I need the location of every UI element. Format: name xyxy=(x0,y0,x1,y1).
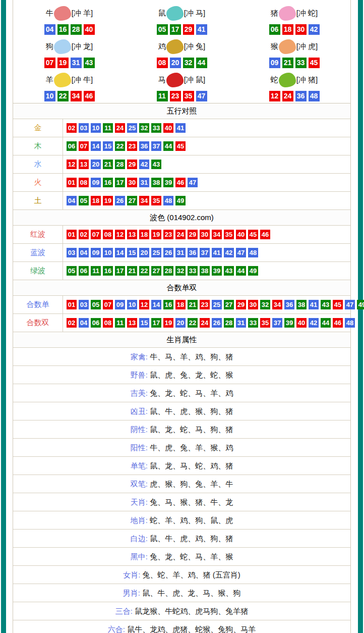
attribute-content: 鼠龙猴、牛蛇鸡、虎马狗、兔羊猪 xyxy=(135,607,248,615)
page: 牛[冲 羊]04162840鼠[冲 马]05172941猪[冲 蛇]061830… xyxy=(0,0,364,633)
attribute-label: 男肖: xyxy=(123,589,142,597)
element-row-numbers: 02031011242532334041 xyxy=(63,119,187,137)
number-box: 22 xyxy=(188,318,198,328)
number-box: 43 xyxy=(321,300,331,309)
number-box: 24 xyxy=(200,318,210,328)
number-box: 48 xyxy=(163,196,173,205)
number-box: 38 xyxy=(200,266,210,276)
attribute-label: 阳性: xyxy=(131,443,150,452)
zodiac-cell-title: 蛇[冲 猪] xyxy=(238,70,350,89)
number-box: 17 xyxy=(115,178,125,187)
number-box: 13 xyxy=(127,230,137,239)
number-box: 40 xyxy=(236,230,246,239)
attribute-label: 黑中: xyxy=(131,552,150,561)
attribute-row: 男肖: 鼠、牛、虎、龙、马、猴、狗 xyxy=(13,584,350,602)
number-box: 18 xyxy=(139,230,149,239)
sum-parity-rows: 合数单0103050709101214161821232527293032343… xyxy=(13,296,350,332)
number-box: 47 xyxy=(196,91,207,101)
number-box: 35 xyxy=(260,318,270,328)
number-box: 39 xyxy=(212,266,222,276)
number-box: 24 xyxy=(115,123,125,133)
wave-row-numbers: 05061116172122272832333839434449 xyxy=(63,262,259,280)
attribute-content: 兔、龙、蛇、马、羊、猴 xyxy=(150,552,233,561)
attribute-row: 单笔: 鼠、龙、马、蛇、鸡、猪 xyxy=(13,457,350,475)
number-box: 14 xyxy=(151,300,161,309)
pig-icon xyxy=(279,6,296,21)
number-box: 45 xyxy=(309,58,320,68)
attribute-label: 六合: xyxy=(108,625,127,633)
zodiac-cell-title: 鼠[冲 马] xyxy=(126,4,238,23)
zodiac-cell-title: 鸡[冲 兔] xyxy=(126,37,238,56)
number-box: 48 xyxy=(345,318,355,328)
number-box: 25 xyxy=(151,248,161,257)
attribute-row: 凶丑: 鼠、牛、虎、猴、狗、猪 xyxy=(13,402,350,420)
horse-icon xyxy=(166,73,184,87)
number-box: 40 xyxy=(84,24,95,35)
number-box: 48 xyxy=(309,91,320,101)
number-box: 08 xyxy=(79,178,89,187)
number-box: 48 xyxy=(248,248,258,257)
number-box: 18 xyxy=(91,196,101,205)
number-box: 29 xyxy=(183,24,194,35)
number-box: 31 xyxy=(175,248,186,257)
attribute-content: 兔、蛇、羊、鸡、猪 (五宫肖) xyxy=(143,570,240,579)
number-box: 32 xyxy=(260,300,270,309)
number-box: 14 xyxy=(115,248,125,257)
number-box: 45 xyxy=(248,230,258,239)
attribute-label: 家禽: xyxy=(131,352,150,361)
number-box: 10 xyxy=(127,300,137,309)
attribute-row: 吉美: 兔、龙、蛇、马、羊、鸡 xyxy=(13,384,350,402)
zodiac-clash-label: [冲 牛] xyxy=(72,75,93,85)
zodiac-numbers: 06183042 xyxy=(238,24,350,35)
attribute-row: 三合: 鼠龙猴、牛蛇鸡、虎马狗、兔羊猪 xyxy=(13,602,350,620)
zodiac-cell-dog: 狗[冲 龙]07193143 xyxy=(13,36,126,69)
number-box: 21 xyxy=(127,266,137,276)
zodiac-clash-label: [冲 马] xyxy=(184,9,206,18)
number-box: 46 xyxy=(260,230,270,239)
zodiac-clash-label: [冲 蛇] xyxy=(296,9,318,18)
element-row-numbers: 1213202128294243 xyxy=(63,155,162,173)
element-row: 火0108091617303138394647 xyxy=(13,174,350,192)
number-box: 41 xyxy=(196,24,207,35)
number-box: 33 xyxy=(248,318,258,328)
number-box: 12 xyxy=(67,160,77,169)
number-box: 21 xyxy=(282,58,293,68)
number-box: 45 xyxy=(333,300,343,309)
number-box: 17 xyxy=(115,266,125,276)
attribute-row: 阴性: 鼠、龙、蛇、马、狗、猪 xyxy=(13,420,350,439)
goat-icon xyxy=(54,73,71,87)
number-box: 17 xyxy=(151,318,161,328)
attribute-label: 三合: xyxy=(115,607,135,615)
number-box: 28 xyxy=(71,24,82,35)
number-box: 41 xyxy=(309,300,319,309)
zodiac-cell-title: 狗[冲 龙] xyxy=(13,37,126,56)
attribute-label: 单笔: xyxy=(131,461,150,470)
zodiac-clash-grid: 牛[冲 羊]04162840鼠[冲 马]05172941猪[冲 蛇]061830… xyxy=(13,0,350,103)
number-box: 05 xyxy=(79,196,89,205)
number-box: 33 xyxy=(151,123,161,133)
number-box: 44 xyxy=(321,318,331,328)
number-box: 12 xyxy=(139,300,149,309)
zodiac-numbers: 09213345 xyxy=(238,58,350,68)
zodiac-name: 鼠 xyxy=(158,9,166,18)
zodiac-numbers: 07193143 xyxy=(13,58,126,68)
wave-row-label: 红波 xyxy=(13,226,63,243)
sum-parity-row-label: 合数双 xyxy=(13,314,63,332)
zodiac-cell-title: 牛[冲 羊] xyxy=(13,4,126,23)
number-box: 05 xyxy=(91,300,101,309)
attribute-content: 兔、龙、蛇、马、羊、鸡 xyxy=(150,389,233,397)
zodiac-numbers: 10223446 xyxy=(13,91,126,101)
number-box: 27 xyxy=(151,266,161,276)
number-box: 46 xyxy=(84,91,95,101)
attribute-content: 虎、猴、狗、兔、羊、牛 xyxy=(150,480,233,488)
number-box: 23 xyxy=(127,141,137,151)
number-box: 37 xyxy=(151,141,161,151)
number-box: 13 xyxy=(127,318,137,328)
number-box: 01 xyxy=(67,300,77,309)
wave-row: 红波0102070812131819232429303435404546 xyxy=(13,226,350,244)
number-box: 31 xyxy=(71,58,82,68)
number-box: 12 xyxy=(115,230,125,239)
number-box: 03 xyxy=(79,300,89,309)
number-box: 03 xyxy=(67,248,77,257)
number-box: 20 xyxy=(91,160,101,169)
